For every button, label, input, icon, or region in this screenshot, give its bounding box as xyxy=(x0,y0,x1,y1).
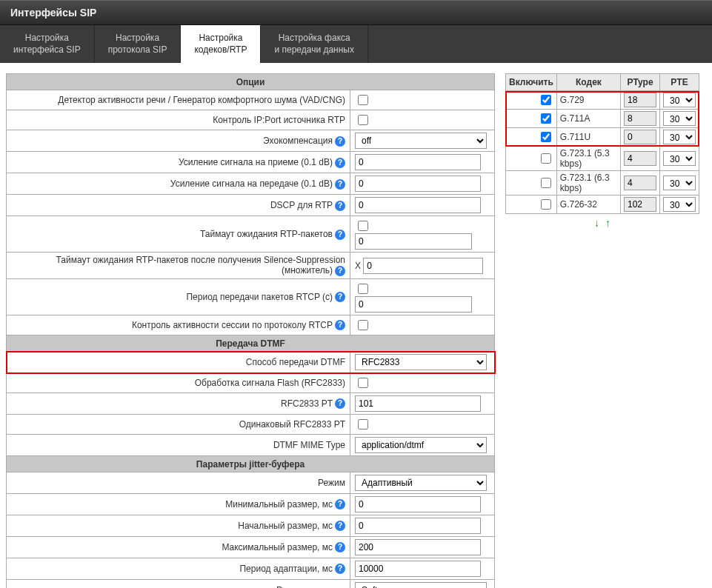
section-jitter: Параметры jitter-буфера xyxy=(7,456,495,472)
jb-min-input[interactable] xyxy=(355,496,481,512)
codec-enable-checkbox[interactable] xyxy=(541,132,551,142)
codec-pte-select[interactable]: 30 xyxy=(663,151,696,166)
rfc-pt-input[interactable] xyxy=(355,395,481,412)
help-icon[interactable]: ? xyxy=(335,266,345,276)
label-dscp: DSCP для RTP xyxy=(270,200,333,210)
page-title: Интерфейсы SIP xyxy=(0,0,712,25)
codec-ptype-input[interactable] xyxy=(624,151,656,166)
section-options: Опции xyxy=(7,74,495,90)
codec-pte-select[interactable]: 30 xyxy=(663,93,696,107)
codec-ptype-input[interactable] xyxy=(624,111,656,126)
jb-del-select[interactable]: Soft xyxy=(355,582,487,588)
help-icon[interactable]: ? xyxy=(335,521,345,531)
label-rtcp-period: Период передачи пакетов RTCP (с) xyxy=(186,292,333,302)
jb-mode-select[interactable]: Адаптивный xyxy=(355,475,487,491)
label-rtcp-ctrl: Контроль активности сессии по протоколу … xyxy=(132,320,333,330)
label-flash: Обработка сигнала Flash (RFC2833) xyxy=(195,378,345,388)
tab-3[interactable]: Настройка факсаи передачи данных xyxy=(261,25,368,63)
reorder-arrows: ↓ ↑ xyxy=(505,217,699,229)
label-same-pt: Одинаковый RFC2833 PT xyxy=(239,419,345,430)
codec-ptype-input[interactable] xyxy=(624,130,656,144)
help-icon[interactable]: ? xyxy=(335,158,345,168)
move-up-icon[interactable]: ↑ xyxy=(605,217,610,229)
echo-select[interactable]: off xyxy=(355,133,487,149)
flash-checkbox[interactable] xyxy=(358,378,368,388)
tab-2[interactable]: Настройкакодеков/RTP xyxy=(181,25,261,63)
tabs-bar: Настройкаинтерфейса SIPНастройкапротокол… xyxy=(0,25,712,63)
same-pt-checkbox[interactable] xyxy=(358,419,368,430)
rtp-src-checkbox[interactable] xyxy=(358,115,368,125)
codec-enable-checkbox[interactable] xyxy=(541,95,551,105)
help-icon[interactable]: ? xyxy=(335,398,345,409)
jb-adapt-input[interactable] xyxy=(355,561,481,577)
codec-ptype-input[interactable] xyxy=(624,176,656,190)
codec-name: G.723.1 (5.3 kbps) xyxy=(556,147,620,171)
help-icon[interactable]: ? xyxy=(335,564,345,574)
jb-init-input[interactable] xyxy=(355,518,481,534)
help-icon[interactable]: ? xyxy=(335,320,345,330)
label-mime: DTMF MIME Type xyxy=(273,440,345,450)
options-form: Опции Детектор активности речи / Генерат… xyxy=(6,73,495,588)
codec-ptype-input[interactable] xyxy=(624,93,656,107)
codecs-th-ptype: PType xyxy=(621,74,660,91)
tx-gain-input[interactable] xyxy=(355,176,481,192)
codec-name: G.711A xyxy=(556,110,620,128)
codec-enable-checkbox[interactable] xyxy=(541,113,551,124)
label-jb-init: Начальный размер, мс xyxy=(238,521,333,531)
label-tx-gain: Усиление сигнала на передаче (0.1 dB) xyxy=(170,178,333,189)
help-icon[interactable]: ? xyxy=(335,542,345,552)
rtcp-period-input[interactable] xyxy=(355,296,472,313)
dtmf-mode-select[interactable]: RFC2833 xyxy=(355,354,487,370)
codec-ptype-input[interactable] xyxy=(624,197,656,212)
dscp-input[interactable] xyxy=(355,197,481,213)
codec-name: G.711U xyxy=(556,128,620,147)
codec-pte-select[interactable]: 30 xyxy=(663,176,696,190)
codec-row[interactable]: G.723.1 (5.3 kbps)30 xyxy=(506,147,699,171)
label-rtp-src: Контроль IP:Port источника RTP xyxy=(213,115,345,125)
codec-enable-checkbox[interactable] xyxy=(541,178,551,188)
rtp-timeout-input[interactable] xyxy=(355,233,472,250)
jb-max-input[interactable] xyxy=(355,539,481,555)
label-jb-del: Режим удаления xyxy=(276,585,345,588)
tab-0[interactable]: Настройкаинтерфейса SIP xyxy=(0,25,95,63)
rtcp-period-checkbox[interactable] xyxy=(358,284,368,294)
label-jb-min: Минимальный размер, мс xyxy=(225,499,333,510)
label-vad: Детектор активности речи / Генератор ком… xyxy=(58,95,345,105)
codecs-th-codec: Кодек xyxy=(556,74,620,91)
codec-row[interactable]: G.726-3230 xyxy=(506,196,699,214)
codec-pte-select[interactable]: 30 xyxy=(663,111,696,126)
help-icon[interactable]: ? xyxy=(335,499,345,510)
move-down-icon[interactable]: ↓ xyxy=(594,217,599,229)
label-rfc-pt: RFC2833 PT xyxy=(281,398,333,409)
codec-pte-select[interactable]: 30 xyxy=(663,197,696,212)
label-echo: Эхокомпенсация xyxy=(263,136,333,146)
help-icon[interactable]: ? xyxy=(335,179,345,190)
ss-factor-prefix: X xyxy=(355,261,361,271)
codec-pte-select[interactable]: 30 xyxy=(663,130,696,144)
codec-enable-checkbox[interactable] xyxy=(541,153,551,164)
codec-row[interactable]: G.711A30 xyxy=(506,110,699,128)
rtp-timeout-checkbox[interactable] xyxy=(358,221,368,231)
tab-1[interactable]: Настройкапротокола SIP xyxy=(95,25,182,63)
help-icon[interactable]: ? xyxy=(335,230,345,240)
label-jb-adapt: Период адаптации, мс xyxy=(239,564,333,574)
label-jb-mode: Режим xyxy=(318,478,345,488)
codec-row[interactable]: G.72930 xyxy=(506,91,699,110)
codec-name: G.723.1 (6.3 kbps) xyxy=(556,171,620,196)
codecs-th-enable: Включить xyxy=(506,74,557,91)
label-dtmf-mode: Способ передачи DTMF xyxy=(246,357,345,367)
rtcp-ctrl-checkbox[interactable] xyxy=(358,320,368,330)
help-icon[interactable]: ? xyxy=(335,292,345,302)
mime-select[interactable]: application/dtmf xyxy=(355,437,487,453)
vad-checkbox[interactable] xyxy=(358,95,368,105)
help-icon[interactable]: ? xyxy=(335,201,345,211)
codec-row[interactable]: G.711U30 xyxy=(506,128,699,147)
ss-factor-input[interactable] xyxy=(363,258,483,274)
label-rtp-timeout: Таймаут ожидания RTP-пакетов xyxy=(200,229,333,239)
codecs-th-pte: PTE xyxy=(660,74,699,91)
section-dtmf: Передача DTMF xyxy=(7,335,495,352)
rx-gain-input[interactable] xyxy=(355,154,481,170)
help-icon[interactable]: ? xyxy=(335,136,345,147)
codec-row[interactable]: G.723.1 (6.3 kbps)30 xyxy=(506,171,699,196)
codec-enable-checkbox[interactable] xyxy=(541,199,551,210)
